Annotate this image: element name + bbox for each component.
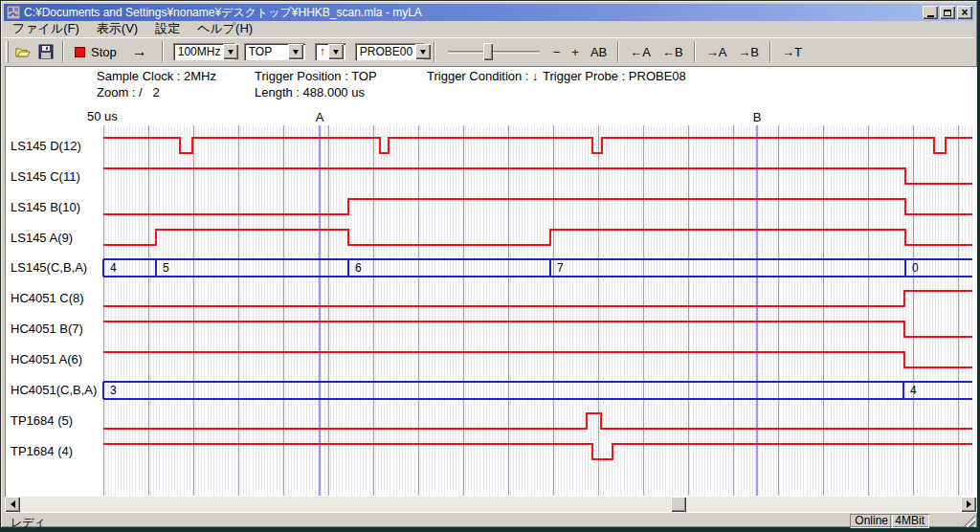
- statusbar: レディ Online 4MBit: [5, 512, 977, 528]
- stop-label: Stop: [91, 45, 117, 59]
- channel-label-ls145-c: LS145 C(11): [11, 169, 102, 185]
- trigger-edge-value: ↑: [315, 45, 328, 58]
- scroll-right-button[interactable]: [961, 497, 976, 512]
- menu-view[interactable]: 表示(V): [88, 19, 146, 39]
- channel-label-hc4051-b: HC4051 B(7): [11, 321, 102, 337]
- app-icon: [7, 6, 20, 19]
- menu-help[interactable]: ヘルプ(H): [189, 19, 261, 39]
- channel-label-ls145-d: LS145 D(12): [11, 139, 102, 154]
- menu-settings[interactable]: 設定: [146, 19, 189, 39]
- toolbar-separator: [162, 41, 164, 62]
- zoom-slider-track[interactable]: [448, 51, 540, 54]
- horizontal-scrollbar[interactable]: [5, 497, 977, 512]
- set-marker-b-button[interactable]: ←B: [657, 40, 689, 63]
- minimize-button[interactable]: [923, 6, 938, 19]
- goto-marker-a-button[interactable]: →A: [701, 40, 733, 63]
- toolbar-separator: [62, 41, 64, 62]
- trigger-probe-value: PROBE00: [355, 45, 415, 58]
- channel-label-ls145-bus: LS145(C,B,A): [11, 260, 102, 276]
- stop-square-icon: [75, 47, 85, 57]
- toolbar-separator: [434, 41, 435, 62]
- channel-label-hc4051-bus: HC4051(C,B,A): [11, 383, 102, 398]
- waveform-viewport[interactable]: [103, 125, 972, 496]
- scrollbar-thumb[interactable]: [671, 497, 686, 512]
- save-floppy-icon: [38, 44, 54, 59]
- close-icon: ×: [961, 8, 968, 17]
- trigger-probe-combo[interactable]: PROBE00: [354, 42, 425, 61]
- minimize-icon: [927, 15, 934, 17]
- run-arrow-icon: →: [132, 43, 147, 60]
- window-controls: ×: [923, 6, 972, 19]
- run-button[interactable]: →: [122, 40, 157, 63]
- trigger-probe-info: Trigger Probe : PROBE08: [543, 69, 686, 83]
- arrow-left-icon: [11, 500, 15, 508]
- menu-file[interactable]: ファイル(F): [4, 19, 88, 39]
- chevron-down-icon[interactable]: [415, 44, 431, 59]
- trigger-position-combo[interactable]: TOP: [243, 42, 306, 61]
- trigger-edge-combo[interactable]: ↑: [314, 42, 346, 61]
- toolbar-grip: [6, 41, 9, 62]
- menubar: ファイル(F) 表示(V) 設定 ヘルプ(H): [4, 21, 974, 37]
- trigger-position-info: Trigger Position : TOP: [255, 69, 377, 83]
- channel-label-hc4051-a: HC4051 A(6): [11, 352, 102, 367]
- maximize-button[interactable]: [940, 6, 955, 19]
- toolbar-separator: [617, 41, 619, 62]
- resize-grip[interactable]: [963, 515, 975, 527]
- sample-clock-info: Sample Clock : 2MHz: [97, 69, 216, 83]
- status-memory-badge: 4MBit: [890, 514, 929, 528]
- toolbar: Stop → 100MHz TOP ↑ PROBE00 − + AB: [4, 37, 974, 65]
- set-marker-a-button[interactable]: ←A: [624, 40, 657, 63]
- chevron-down-icon[interactable]: [328, 44, 344, 59]
- zoom-slider-thumb[interactable]: [483, 43, 493, 60]
- channel-label-tp1684-5: TP1684 (5): [11, 413, 102, 429]
- app-window: C:¥Documents and Settings¥noname¥デスクトップ¥…: [0, 0, 978, 528]
- zoom-slider[interactable]: [448, 42, 540, 61]
- ab-range-button[interactable]: AB: [585, 40, 612, 63]
- trigger-position-value: TOP: [244, 45, 288, 58]
- save-file-button[interactable]: [34, 40, 57, 63]
- channel-label-hc4051-c: HC4051 C(8): [11, 291, 102, 306]
- zoom-in-button[interactable]: +: [566, 40, 585, 63]
- chevron-down-icon[interactable]: [288, 44, 303, 59]
- open-file-button[interactable]: [11, 40, 34, 63]
- close-button[interactable]: ×: [957, 6, 972, 19]
- goto-marker-b-button[interactable]: →B: [732, 40, 765, 63]
- zoom-out-button[interactable]: −: [547, 40, 567, 63]
- scroll-left-button[interactable]: [5, 497, 20, 512]
- open-folder-icon: [15, 45, 31, 59]
- toolbar-separator: [769, 41, 771, 62]
- chevron-down-icon[interactable]: [223, 44, 238, 59]
- maximize-icon: [944, 10, 951, 16]
- length-info: Length : 488.000 us: [255, 85, 365, 100]
- sample-clock-combo[interactable]: 100MHz: [172, 42, 235, 61]
- channel-label-ls145-a: LS145 A(9): [11, 231, 102, 246]
- goto-trigger-button[interactable]: →T: [776, 40, 808, 63]
- timebase-label: 50 us: [87, 109, 118, 123]
- sample-clock-value: 100MHz: [173, 45, 224, 58]
- arrow-right-icon: [967, 500, 971, 508]
- toolbar-separator: [694, 41, 696, 62]
- channel-label-ls145-b: LS145 B(10): [11, 200, 102, 215]
- stop-button[interactable]: Stop: [69, 40, 122, 63]
- channel-label-tp1684-4: TP1684 (4): [11, 444, 102, 459]
- zoom-info: Zoom : / 2: [97, 85, 160, 100]
- status-ready-text: レディ: [11, 515, 46, 531]
- status-online-badge: Online: [850, 514, 893, 528]
- trigger-condition-info: Trigger Condition : ↓: [427, 69, 539, 83]
